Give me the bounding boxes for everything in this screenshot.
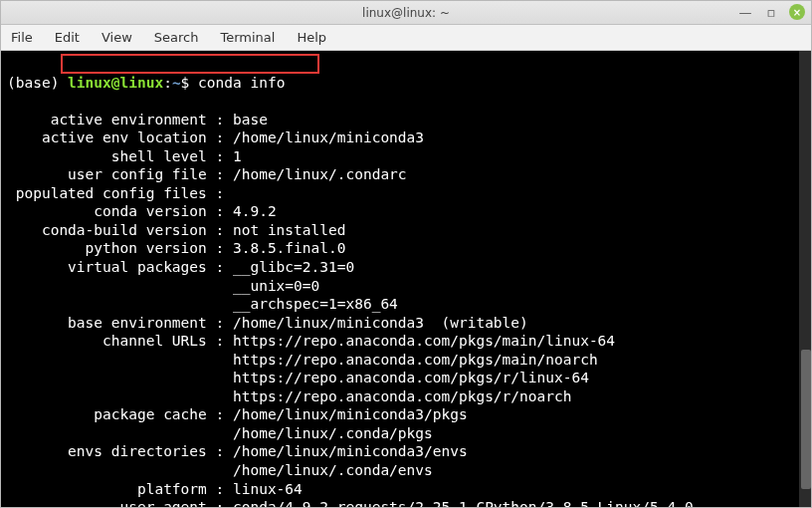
terminal-area[interactable]: (base) linux@linux:~$ conda info active … (1, 51, 811, 507)
info-envs-directories: envs directories : /home/linux/miniconda… (7, 443, 468, 459)
info-package-cache: package cache : /home/linux/miniconda3/p… (7, 406, 468, 422)
maximize-button[interactable]: ▫ (763, 4, 779, 20)
prompt-path: ~ (172, 75, 181, 91)
info-active-env: active environment : base (7, 112, 268, 127)
info-virtual-packages-3: __archspec=1=x86_64 (7, 296, 398, 312)
info-python-version: python version : 3.8.5.final.0 (7, 240, 345, 256)
info-user-agent: user-agent : conda/4.9.2 requests/2.25.1… (7, 499, 702, 507)
menu-view[interactable]: View (98, 28, 136, 47)
command-highlight-box (61, 54, 319, 74)
info-populated-config: populated config files : (7, 185, 224, 201)
prompt-userhost: linux@linux (68, 75, 163, 91)
prompt-base: (base) (7, 75, 68, 91)
scrollbar[interactable] (799, 51, 811, 507)
info-active-env-location: active env location : /home/linux/minico… (7, 129, 424, 145)
menubar: File Edit View Search Terminal Help (1, 25, 811, 51)
info-virtual-packages: virtual packages : __glibc=2.31=0 (7, 259, 354, 275)
info-channel-urls-2: https://repo.anaconda.com/pkgs/main/noar… (7, 352, 598, 368)
info-envs-directories-2: /home/linux/.conda/envs (7, 462, 433, 478)
info-virtual-packages-2: __unix=0=0 (7, 278, 319, 294)
info-user-config-file: user config file : /home/linux/.condarc (7, 166, 407, 182)
minimize-button[interactable]: — (737, 4, 753, 20)
prompt-dollar: $ (181, 75, 198, 91)
info-platform: platform : linux-64 (7, 481, 303, 497)
menu-help[interactable]: Help (293, 28, 330, 47)
titlebar: linux@linux: ~ — ▫ × (1, 1, 811, 25)
info-channel-urls-4: https://repo.anaconda.com/pkgs/r/noarch (7, 388, 571, 404)
scrollbar-thumb[interactable] (801, 350, 811, 489)
terminal-window: linux@linux: ~ — ▫ × File Edit View Sear… (0, 0, 812, 508)
command-text: conda info (198, 75, 285, 91)
menu-file[interactable]: File (7, 28, 37, 47)
close-button[interactable]: × (789, 4, 805, 20)
info-base-environment: base environment : /home/linux/miniconda… (7, 315, 528, 331)
info-shell-level: shell level : 1 (7, 148, 242, 164)
window-title: linux@linux: ~ (362, 6, 450, 20)
info-conda-version: conda version : 4.9.2 (7, 203, 277, 219)
menu-search[interactable]: Search (150, 28, 203, 47)
info-channel-urls-3: https://repo.anaconda.com/pkgs/r/linux-6… (7, 370, 589, 385)
menu-edit[interactable]: Edit (51, 28, 84, 47)
info-conda-build-version: conda-build version : not installed (7, 222, 345, 238)
menu-terminal[interactable]: Terminal (216, 28, 279, 47)
prompt-colon: : (163, 75, 172, 91)
info-package-cache-2: /home/linux/.conda/pkgs (7, 425, 433, 441)
window-controls: — ▫ × (737, 4, 805, 20)
info-channel-urls: channel URLs : https://repo.anaconda.com… (7, 333, 615, 349)
